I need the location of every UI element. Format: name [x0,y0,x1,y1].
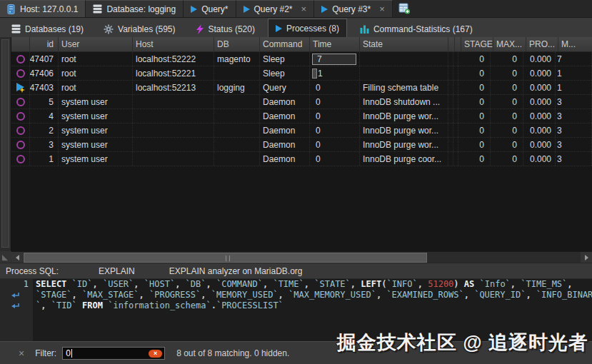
sleep-process-icon [16,141,25,149]
vertical-scrollbar[interactable] [0,37,11,251]
grid-header-row: idUserHostDBCommandTimeStateSTAGEMAX...P… [11,37,592,52]
process-list-grid: idUserHostDBCommandTimeStateSTAGEMAX...P… [0,37,592,263]
cell-memory: 3 [556,123,592,137]
filter-input[interactable]: 0 × [62,347,165,360]
cell-max_stage: 0 [491,109,523,123]
clear-filter-icon[interactable]: × [19,348,24,359]
sql-code-text: `, `TID` FROM `information_schema`.`PROC… [33,300,284,311]
cell-blank-0 [11,66,30,80]
cell-stage: 0 [458,52,491,66]
column-header-db[interactable]: DB [214,37,260,51]
tab-variables[interactable]: Variables (595) [96,21,182,37]
cell-blank-8 [448,81,453,94]
column-header-progress[interactable]: PRO... [526,37,558,51]
cell-user: system user [59,152,133,166]
cell-progress: 0.000 [523,95,556,108]
table-row-process-47407[interactable]: 47407rootlocalhost:52222magentoSleep7000… [11,52,592,66]
tab-query-2[interactable]: Query #2* × [236,0,315,17]
cell-command: Sleep [260,66,310,80]
cell-max_stage: 0 [491,152,523,166]
tab-command-statistics[interactable]: Command-Statistics (167) [353,21,480,37]
process-sql-label: Process SQL: [6,266,59,276]
scroll-right-arrow[interactable] [581,252,592,263]
column-header-stage[interactable]: STAGE [461,37,493,51]
tab-query-1[interactable]: Query* [184,0,236,17]
explain-button[interactable]: EXPLAIN [99,266,135,276]
column-header-host[interactable]: Host [133,37,214,51]
cell-command: Query [260,81,310,94]
time-bar [312,69,317,79]
cell-memory: 3 [556,109,592,123]
column-header-id[interactable]: id [30,37,59,51]
column-header-memory[interactable]: M... [558,37,592,51]
cell-progress: 0.000 [523,152,556,166]
close-icon[interactable]: × [301,4,307,14]
cell-time: 0 [310,95,360,108]
column-header-command[interactable]: Command [260,37,310,51]
tab-query-3-label: Query #3* [332,4,371,14]
column-header-state[interactable]: State [360,37,448,51]
column-header-blank-9[interactable] [455,37,461,51]
cell-stage: 0 [458,138,491,151]
cell-progress: 0.000 [523,66,556,80]
table-row-process-2[interactable]: 2system userDaemon0InnoDB purge wor...00… [11,123,592,138]
column-header-blank-8[interactable] [448,37,455,51]
tab-status[interactable]: Status (520) [189,21,262,37]
table-row-process-47403[interactable]: 47403rootlocalhost:52213loggingQuery0Fil… [11,81,592,95]
text-caret [71,349,72,358]
cell-state: InnoDB purge coor... [360,152,448,166]
tab-database-label: Database: logging [106,4,176,14]
cell-host [133,109,214,123]
clear-input-button[interactable]: × [149,350,162,358]
cell-blank-0 [11,123,30,137]
cell-blank-9 [453,138,458,151]
sleep-process-icon [16,55,25,64]
scroll-left-arrow[interactable] [11,252,23,263]
close-icon[interactable]: × [379,4,385,14]
tab-host[interactable]: Host: 127.0.0.1 [0,0,86,17]
sleep-process-icon [16,69,25,78]
time-bar: 7 [312,54,356,65]
cell-state: InnoDB purge wor... [360,109,448,123]
cell-command: Daemon [260,95,310,108]
lightning-icon [196,24,204,34]
explain-analyzer-button[interactable]: EXPLAIN analyzer on MariaDB.org [169,266,303,276]
tab-databases[interactable]: Databases (19) [4,21,91,37]
cell-max_stage: 0 [491,95,523,108]
cell-user: system user [59,109,133,123]
tab-database[interactable]: Database: logging [86,0,184,17]
cell-id: 4 [30,109,59,123]
cell-db [214,109,260,123]
cell-host [133,152,214,166]
tab-query-3[interactable]: Query #3* × [314,0,393,17]
table-row-process-1[interactable]: 1system userDaemon0InnoDB purge coor...0… [11,152,592,166]
cell-memory: 3 [556,138,592,151]
tab-query-1-label: Query* [201,4,228,14]
wrap-line-gutter [0,300,33,311]
cell-max_stage: 0 [491,138,523,151]
column-header-time[interactable]: Time [310,37,360,51]
cell-blank-8 [448,152,453,166]
table-row-process-47406[interactable]: 47406rootlocalhost:52221Sleep1000.0001 [11,66,592,81]
tab-processes[interactable]: Processes (8) [268,19,347,37]
cell-max_stage: 0 [491,81,523,94]
column-header-max_stage[interactable]: MAX... [493,37,526,51]
cell-blank-0 [11,95,30,108]
table-row-process-5[interactable]: 5system userDaemon0InnoDB shutdown ...00… [11,95,592,109]
cell-state [360,52,448,66]
vertical-scrollbar-thumb[interactable] [1,39,9,248]
cell-stage: 0 [458,66,491,80]
database-icon [93,4,102,14]
column-header-user[interactable]: User [59,37,133,51]
horizontal-scrollbar-thumb[interactable] [24,253,427,263]
scrollbar-corner [0,251,11,263]
table-row-process-4[interactable]: 4system userDaemon0InnoDB purge wor...00… [11,109,592,123]
cell-blank-9 [453,152,458,166]
sql-code-text: SELECT `ID`, `USER`, `HOST`, `DB`, `COMM… [33,279,573,290]
play-icon [244,6,250,13]
cell-db [214,152,260,166]
new-query-tab-button[interactable] [393,0,416,17]
horizontal-scrollbar[interactable] [0,251,592,263]
table-row-process-3[interactable]: 3system userDaemon0InnoDB purge wor...00… [11,138,592,152]
column-header-blank-0[interactable] [11,37,30,51]
